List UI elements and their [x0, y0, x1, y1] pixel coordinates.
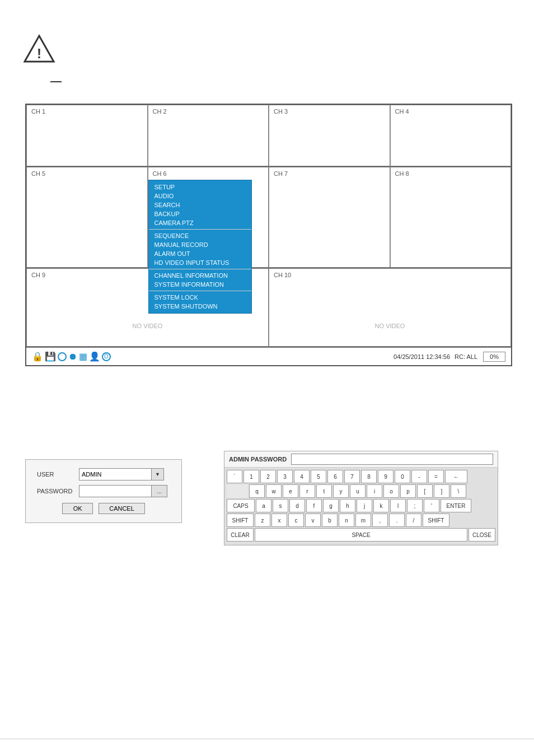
key-a[interactable]: a	[256, 499, 271, 512]
key-2[interactable]: 2	[260, 470, 276, 483]
status-datetime: 04/25/2011 12:34:56	[394, 353, 450, 360]
key-5[interactable]: 5	[311, 470, 326, 483]
ch10-no-video: NO VIDEO	[375, 323, 405, 329]
svg-text:!: !	[37, 46, 41, 61]
key-r[interactable]: r	[299, 484, 315, 498]
user-input[interactable]	[79, 468, 152, 480]
key-p[interactable]: p	[400, 484, 416, 498]
menu-item-system-shutdown[interactable]: SYSTEM SHUTDOWN	[149, 302, 251, 311]
ch3-label: CH 3	[274, 108, 288, 115]
menu-item-channel-info[interactable]: CHANNEL INFORMATION	[149, 271, 251, 280]
key-equals[interactable]: =	[428, 470, 444, 483]
key-n[interactable]: n	[339, 514, 354, 527]
login-button-row: OK CANCEL	[37, 503, 170, 514]
key-g[interactable]: g	[323, 499, 339, 512]
key-x[interactable]: x	[271, 514, 287, 527]
key-u[interactable]: u	[350, 484, 366, 498]
key-backtick[interactable]: `	[227, 470, 242, 483]
dvr-monitor: CH 1 CH 2 CH 3 CH 4 CH 5 CH 6 SETUP AUDI…	[25, 104, 512, 366]
channel-6: CH 6 SETUP AUDIO SEARCH BACKUP CAMERA PT…	[148, 167, 269, 268]
key-lbracket[interactable]: [	[417, 484, 433, 498]
key-enter[interactable]: ENTER	[441, 499, 471, 512]
channel-2: CH 2	[148, 105, 269, 166]
key-backspace[interactable]: ←	[445, 470, 467, 483]
menu-item-search[interactable]: SEARCH	[149, 200, 251, 209]
key-b[interactable]: b	[322, 514, 338, 527]
key-h[interactable]: h	[340, 499, 355, 512]
warning-icon: !	[22, 34, 56, 64]
key-6[interactable]: 6	[327, 470, 343, 483]
key-shift-left[interactable]: SHIFT	[227, 514, 254, 527]
menu-item-sequence[interactable]: SEQUENCE	[149, 231, 251, 240]
keyboard-title: ADMIN PASSWORD	[229, 456, 287, 463]
bottom-separator	[0, 739, 534, 739]
key-semicolon[interactable]: ;	[407, 499, 423, 512]
channel-4: CH 4	[390, 105, 512, 166]
menu-item-audio[interactable]: AUDIO	[149, 192, 251, 200]
channel-7: CH 7	[269, 167, 390, 268]
key-caps[interactable]: CAPS	[227, 499, 255, 512]
dvr-statusbar: 🔒 💾 ⏺ ▦ 👤 O 04/25/2011 12:34:56 RC: ALL …	[26, 347, 511, 365]
menu-item-setup[interactable]: SETUP	[149, 183, 251, 192]
kb-row-1: q w e r t y u i o p [ ] \	[227, 484, 495, 498]
key-v[interactable]: v	[305, 514, 321, 527]
key-slash[interactable]: /	[406, 514, 421, 527]
key-close[interactable]: CLOSE	[469, 528, 495, 542]
key-c[interactable]: c	[288, 514, 304, 527]
key-8[interactable]: 8	[361, 470, 377, 483]
key-k[interactable]: k	[373, 499, 389, 512]
key-t[interactable]: t	[316, 484, 332, 498]
channel-5: CH 5	[26, 167, 148, 268]
key-z[interactable]: z	[255, 514, 270, 527]
menu-item-hd-video[interactable]: HD VIDEO INPUT STATUS	[149, 258, 251, 267]
key-minus[interactable]: -	[411, 470, 427, 483]
key-apostrophe[interactable]: '	[424, 499, 439, 512]
key-tab-spacer	[227, 484, 248, 498]
key-7[interactable]: 7	[344, 470, 360, 483]
password-input[interactable]	[79, 485, 152, 497]
key-i[interactable]: i	[367, 484, 382, 498]
key-0[interactable]: 0	[395, 470, 410, 483]
key-o[interactable]: o	[383, 484, 399, 498]
password-dots-button[interactable]: ...	[152, 485, 167, 497]
key-j[interactable]: j	[357, 499, 372, 512]
kb-row-0: ` 1 2 3 4 5 6 7 8 9 0 - = ←	[227, 470, 495, 483]
key-clear[interactable]: CLEAR	[227, 528, 254, 542]
key-rbracket[interactable]: ]	[434, 484, 449, 498]
menu-item-system-info[interactable]: SYSTEM INFORMATION	[149, 280, 251, 289]
key-e[interactable]: e	[283, 484, 298, 498]
key-9[interactable]: 9	[378, 470, 394, 483]
user-dropdown-button[interactable]: ▼	[152, 468, 164, 480]
key-backslash[interactable]: \	[451, 484, 466, 498]
ch4-label: CH 4	[395, 108, 409, 115]
key-l[interactable]: l	[390, 499, 406, 512]
key-1[interactable]: 1	[243, 470, 259, 483]
key-f[interactable]: f	[306, 499, 322, 512]
ok-button[interactable]: OK	[62, 503, 93, 514]
key-d[interactable]: d	[289, 499, 305, 512]
menu-divider1	[149, 229, 251, 230]
key-4[interactable]: 4	[294, 470, 310, 483]
menu-item-system-lock[interactable]: SYSTEM LOCK	[149, 293, 251, 302]
kb-row-4: CLEAR SPACE CLOSE	[227, 528, 495, 542]
menu-divider3	[149, 291, 251, 291]
key-q[interactable]: q	[249, 484, 265, 498]
key-y[interactable]: y	[333, 484, 349, 498]
warning-separator-line	[50, 81, 62, 82]
menu-item-manual-record[interactable]: MANUAL RECORD	[149, 240, 251, 249]
key-m[interactable]: m	[355, 514, 371, 527]
menu-item-alarm-out[interactable]: ALARM OUT	[149, 249, 251, 258]
key-s[interactable]: s	[273, 499, 288, 512]
keyboard-password-display	[291, 454, 493, 465]
cancel-button[interactable]: CANCEL	[99, 503, 145, 514]
key-period[interactable]: .	[389, 514, 405, 527]
ch2-label: CH 2	[153, 108, 167, 115]
key-w[interactable]: w	[266, 484, 282, 498]
menu-item-backup[interactable]: BACKUP	[149, 209, 251, 218]
key-shift-right[interactable]: SHIFT	[423, 514, 449, 527]
key-space[interactable]: SPACE	[255, 528, 467, 542]
key-comma[interactable]: ,	[372, 514, 388, 527]
menu-item-camera-ptz[interactable]: CAMERA PTZ	[149, 218, 251, 227]
status-icons-group: 🔒 💾 ⏺ ▦ 👤 O	[32, 351, 111, 362]
key-3[interactable]: 3	[277, 470, 293, 483]
